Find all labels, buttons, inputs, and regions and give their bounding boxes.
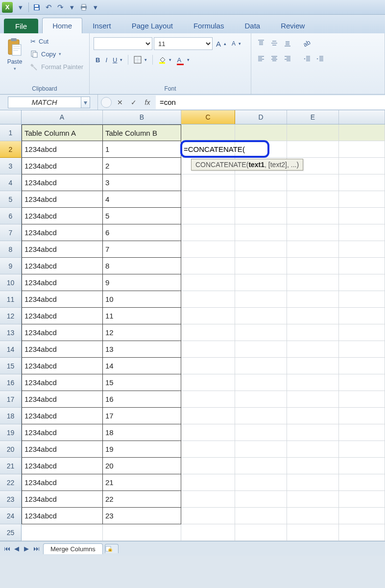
- cell[interactable]: [181, 208, 235, 224]
- row-header[interactable]: 18: [0, 408, 22, 424]
- qat-more-dropdown[interactable]: ▾: [90, 2, 101, 13]
- cell[interactable]: [339, 208, 385, 224]
- cell[interactable]: [287, 291, 339, 308]
- cell[interactable]: [235, 224, 287, 241]
- cell[interactable]: 13: [103, 341, 181, 358]
- redo-icon[interactable]: ↷: [54, 2, 66, 13]
- borders-button[interactable]: ▾: [132, 54, 149, 66]
- cell[interactable]: [235, 524, 287, 541]
- cell[interactable]: 1234abcd: [22, 241, 103, 258]
- cell[interactable]: [287, 441, 339, 458]
- cell[interactable]: [339, 491, 385, 508]
- row-header[interactable]: 20: [0, 441, 22, 458]
- cell[interactable]: [181, 524, 235, 541]
- cell[interactable]: 1234abcd: [22, 491, 103, 508]
- row-header[interactable]: 16: [0, 374, 22, 391]
- row-header[interactable]: 14: [0, 341, 22, 358]
- cell[interactable]: [103, 524, 181, 541]
- align-left-button[interactable]: [255, 53, 267, 65]
- cell[interactable]: [235, 274, 287, 291]
- cell[interactable]: [235, 191, 287, 208]
- cell[interactable]: [235, 258, 287, 274]
- cell[interactable]: 1234abcd: [22, 374, 103, 391]
- cell[interactable]: [339, 508, 385, 524]
- cell[interactable]: 1234abcd: [22, 291, 103, 308]
- new-sheet-button[interactable]: [105, 544, 119, 553]
- cell[interactable]: [287, 341, 339, 358]
- row-header[interactable]: 22: [0, 474, 22, 491]
- formula-input[interactable]: [156, 96, 385, 109]
- cell[interactable]: [339, 358, 385, 374]
- cell[interactable]: [181, 124, 235, 141]
- cell[interactable]: [235, 474, 287, 491]
- grow-font-button[interactable]: A▴: [214, 38, 228, 49]
- cell[interactable]: [339, 258, 385, 274]
- cell[interactable]: 1234abcd: [22, 408, 103, 424]
- align-top-button[interactable]: [255, 37, 267, 49]
- cell[interactable]: [235, 424, 287, 441]
- italic-button[interactable]: I: [103, 54, 109, 66]
- cell[interactable]: [339, 241, 385, 258]
- cell[interactable]: [235, 391, 287, 408]
- cut-button[interactable]: ✂ Cut: [28, 35, 85, 47]
- cell[interactable]: Table Column A: [22, 124, 103, 141]
- tab-file[interactable]: File: [4, 19, 38, 33]
- cell[interactable]: [287, 374, 339, 391]
- cell[interactable]: [235, 491, 287, 508]
- row-header[interactable]: 7: [0, 224, 22, 241]
- cell[interactable]: [339, 391, 385, 408]
- cell[interactable]: 1234abcd: [22, 158, 103, 174]
- tab-home[interactable]: Home: [42, 18, 82, 33]
- row-header[interactable]: 6: [0, 208, 22, 224]
- cell[interactable]: 6: [103, 224, 181, 241]
- cell[interactable]: [181, 224, 235, 241]
- tab-review[interactable]: Review: [270, 18, 315, 33]
- tab-insert[interactable]: Insert: [82, 18, 121, 33]
- row-header[interactable]: 23: [0, 491, 22, 508]
- qat-dropdown[interactable]: ▾: [15, 2, 26, 13]
- cell[interactable]: =CONCATENATE(CONCATENATE(text1, [text2],…: [181, 141, 235, 158]
- cell[interactable]: 1234abcd: [22, 458, 103, 474]
- row-header[interactable]: 21: [0, 458, 22, 474]
- cell[interactable]: 22: [103, 491, 181, 508]
- cell[interactable]: 10: [103, 291, 181, 308]
- cell[interactable]: [181, 241, 235, 258]
- align-bottom-button[interactable]: [282, 37, 293, 49]
- shrink-font-button[interactable]: A▾: [230, 38, 243, 49]
- cell[interactable]: 17: [103, 408, 181, 424]
- col-header-E[interactable]: E: [287, 110, 339, 124]
- cell[interactable]: 1234abcd: [22, 424, 103, 441]
- cell[interactable]: [287, 224, 339, 241]
- cell[interactable]: 1234abcd: [22, 324, 103, 341]
- cell[interactable]: 1: [103, 141, 181, 158]
- cell[interactable]: [287, 274, 339, 291]
- row-header[interactable]: 2: [0, 141, 22, 158]
- undo-icon[interactable]: ↶: [43, 2, 54, 13]
- row-header[interactable]: 3: [0, 158, 22, 174]
- cell[interactable]: [339, 124, 385, 141]
- cell[interactable]: 9: [103, 274, 181, 291]
- cell[interactable]: 15: [103, 374, 181, 391]
- cell[interactable]: [287, 524, 339, 541]
- cell[interactable]: [287, 241, 339, 258]
- cell[interactable]: [235, 291, 287, 308]
- cell[interactable]: [287, 391, 339, 408]
- col-header-F[interactable]: [339, 110, 385, 124]
- cell[interactable]: 1234abcd: [22, 358, 103, 374]
- row-header[interactable]: 1: [0, 124, 22, 141]
- cell[interactable]: 1234abcd: [22, 224, 103, 241]
- cell[interactable]: 1234abcd: [22, 508, 103, 524]
- cell[interactable]: [181, 174, 235, 191]
- cell[interactable]: [235, 174, 287, 191]
- col-header-B[interactable]: B: [103, 110, 181, 124]
- cell[interactable]: [235, 208, 287, 224]
- cell[interactable]: [287, 358, 339, 374]
- cell[interactable]: [287, 458, 339, 474]
- cell[interactable]: 1234abcd: [22, 308, 103, 324]
- cell[interactable]: [339, 224, 385, 241]
- cell[interactable]: [181, 191, 235, 208]
- col-header-D[interactable]: D: [235, 110, 287, 124]
- cell[interactable]: [339, 408, 385, 424]
- cell[interactable]: 1234abcd: [22, 174, 103, 191]
- name-box-dropdown[interactable]: ▾: [81, 97, 90, 108]
